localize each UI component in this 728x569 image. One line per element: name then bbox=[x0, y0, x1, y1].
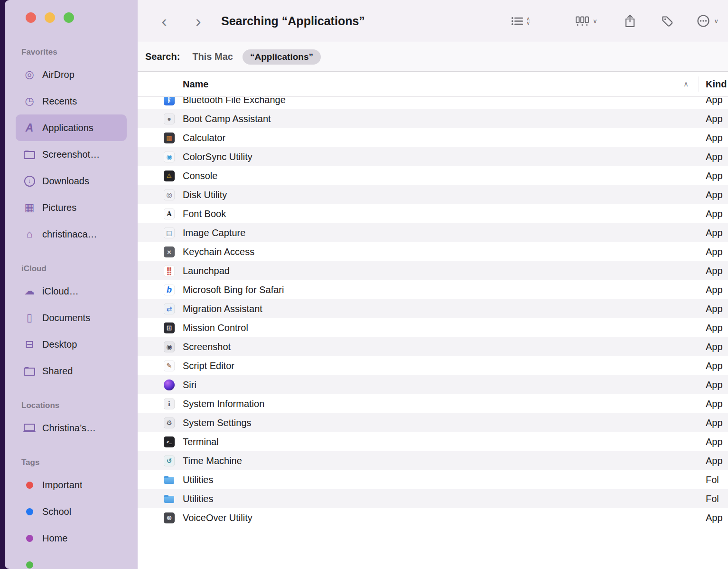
sysinfo-icon: ℹ bbox=[164, 398, 175, 409]
scope-applications[interactable]: “Applications” bbox=[243, 49, 321, 65]
sidebar-item-recents[interactable]: ◷ Recents bbox=[16, 88, 127, 114]
close-button[interactable] bbox=[26, 12, 36, 23]
back-button[interactable]: ‹ bbox=[159, 13, 170, 29]
table-row[interactable]: ● Boot Camp Assistant App bbox=[138, 109, 728, 128]
table-row[interactable]: ℹ System Information App bbox=[138, 394, 728, 413]
table-row[interactable]: Utilities Fol bbox=[138, 470, 728, 489]
column-header-kind[interactable]: Kind bbox=[706, 79, 727, 90]
table-row[interactable]: ⊚ VoiceOver Utility App bbox=[138, 508, 728, 527]
table-row[interactable]: ⇄ Migration Assistant App bbox=[138, 299, 728, 318]
table-row[interactable]: ◉ Screenshot App bbox=[138, 337, 728, 356]
file-kind: App bbox=[706, 303, 723, 314]
list-header: Name ∧ Kind bbox=[138, 72, 728, 97]
group-view-button[interactable]: ∨ bbox=[576, 16, 597, 26]
table-row[interactable]: Utilities Fol bbox=[138, 489, 728, 508]
sidebar-item-home[interactable]: Home bbox=[16, 525, 127, 551]
sidebar-section: Locations Christina’s… bbox=[5, 401, 138, 441]
table-row[interactable]: ▦ Calculator App bbox=[138, 128, 728, 147]
sidebar-item-downloads[interactable]: Downloads bbox=[16, 168, 127, 194]
sidebar-item-christinaca[interactable]: ⌂ christinaca… bbox=[16, 221, 127, 247]
sidebar-sections: Favorites ◎ AirDrop ◷ Recents A Applicat… bbox=[5, 47, 138, 569]
share-button[interactable] bbox=[625, 14, 635, 28]
file-kind: App bbox=[706, 228, 723, 238]
file-kind: App bbox=[706, 190, 723, 200]
file-kind: App bbox=[706, 417, 723, 428]
sidebar-item-icloud[interactable]: ☁ iCloud… bbox=[16, 278, 127, 304]
forward-button[interactable]: › bbox=[193, 13, 204, 29]
scope-this-mac[interactable]: This Mac bbox=[192, 51, 233, 62]
table-row[interactable]: × Keychain Access App bbox=[138, 242, 728, 261]
missioncontrol-icon: ⊞ bbox=[164, 322, 175, 333]
table-row[interactable]: ◎ Disk Utility App bbox=[138, 185, 728, 204]
sidebar-item-important[interactable]: Important bbox=[16, 472, 127, 498]
file-kind: App bbox=[706, 152, 723, 162]
column-header-name[interactable]: Name bbox=[183, 79, 208, 90]
sort-direction-chevrons: ∧ ∨ bbox=[526, 17, 530, 25]
table-row[interactable]: ⚠ Console App bbox=[138, 166, 728, 185]
file-name: Script Editor bbox=[183, 360, 234, 371]
forward-icon: › bbox=[196, 12, 201, 30]
sidebar-section: Tags Important School Home bbox=[5, 458, 138, 569]
sidebar-item-label: Home bbox=[42, 533, 67, 544]
sidebar-item-shared[interactable]: Shared bbox=[16, 358, 127, 384]
terminal-icon: >_ bbox=[164, 436, 175, 447]
sidebar-item-christina-s[interactable]: Christina’s… bbox=[16, 415, 127, 441]
file-name: Launchpad bbox=[183, 266, 230, 276]
folder-icon bbox=[164, 493, 175, 504]
file-kind: Fol bbox=[706, 474, 719, 485]
table-row[interactable]: ⚙ System Settings App bbox=[138, 413, 728, 432]
table-row[interactable]: ⣿ Launchpad App bbox=[138, 261, 728, 280]
sidebar-item-pictures[interactable]: ▦ Pictures bbox=[16, 194, 127, 221]
table-row[interactable]: ⊞ Mission Control App bbox=[138, 318, 728, 337]
search-scope-bar: Search: This Mac “Applications” bbox=[138, 42, 728, 72]
home-icon: ⌂ bbox=[21, 228, 37, 240]
sidebar-section-label: Favorites bbox=[21, 47, 138, 57]
sidebar-section-label: Locations bbox=[21, 401, 138, 410]
search-label: Search: bbox=[145, 51, 180, 62]
sidebar-section-items: ☁ iCloud… ▯ Documents ⊟ Desktop Shared bbox=[5, 278, 138, 384]
sidebar-item-desktop[interactable]: ⊟ Desktop bbox=[16, 331, 127, 358]
table-row[interactable]: ✎ Script Editor App bbox=[138, 356, 728, 375]
file-name: System Settings bbox=[183, 417, 252, 428]
file-kind: App bbox=[706, 341, 723, 352]
minimize-button[interactable] bbox=[45, 12, 55, 23]
more-actions-button[interactable]: ∨ bbox=[697, 14, 719, 28]
sidebar-item-tag[interactable] bbox=[16, 551, 127, 569]
table-row[interactable]: ◉ ColorSync Utility App bbox=[138, 147, 728, 166]
sidebar-section: Favorites ◎ AirDrop ◷ Recents A Applicat… bbox=[5, 47, 138, 247]
toolbar: ‹ › Searching “Applications” ∧ ∨ bbox=[138, 0, 728, 42]
file-name: Utilities bbox=[183, 474, 213, 485]
fontbook-icon: A bbox=[164, 209, 175, 219]
applications-icon: A bbox=[21, 122, 37, 133]
sidebar-item-documents[interactable]: ▯ Documents bbox=[16, 304, 127, 331]
tags-button[interactable] bbox=[661, 15, 674, 28]
table-row[interactable]: b Microsoft Bing for Safari App bbox=[138, 280, 728, 299]
tag-dot-icon bbox=[21, 479, 37, 491]
sidebar-item-school[interactable]: School bbox=[16, 498, 127, 525]
tag-dot-icon bbox=[21, 532, 37, 544]
column-divider[interactable] bbox=[699, 76, 699, 92]
sidebar-section-items: ◎ AirDrop ◷ Recents A Applications Scree… bbox=[5, 61, 138, 247]
file-kind: App bbox=[706, 322, 723, 333]
calculator-icon: ▦ bbox=[164, 133, 175, 143]
file-name: Keychain Access bbox=[183, 247, 254, 257]
view-list-button[interactable]: ∧ ∨ bbox=[511, 16, 530, 26]
sidebar-item-screenshot[interactable]: Screenshot… bbox=[16, 141, 127, 168]
sidebar-item-applications[interactable]: A Applications bbox=[16, 114, 127, 141]
table-row[interactable]: Siri App bbox=[138, 375, 728, 394]
file-name: Terminal bbox=[183, 436, 219, 447]
table-row[interactable]: ↺ Time Machine App bbox=[138, 451, 728, 470]
file-kind: App bbox=[706, 360, 723, 371]
file-name: Calculator bbox=[183, 133, 225, 143]
sidebar-item-airdrop[interactable]: ◎ AirDrop bbox=[16, 61, 127, 88]
file-name: Disk Utility bbox=[183, 190, 227, 200]
table-row[interactable]: >_ Terminal App bbox=[138, 432, 728, 451]
table-row[interactable]: ▤ Image Capture App bbox=[138, 223, 728, 242]
sidebar-section-items: Important School Home bbox=[5, 472, 138, 569]
zoom-button[interactable] bbox=[64, 12, 74, 23]
shared-folder-icon bbox=[21, 365, 37, 377]
sidebar-section-label: Tags bbox=[21, 458, 138, 467]
file-kind: App bbox=[706, 171, 723, 181]
sort-ascending-icon[interactable]: ∧ bbox=[683, 80, 689, 88]
table-row[interactable]: A Font Book App bbox=[138, 204, 728, 223]
